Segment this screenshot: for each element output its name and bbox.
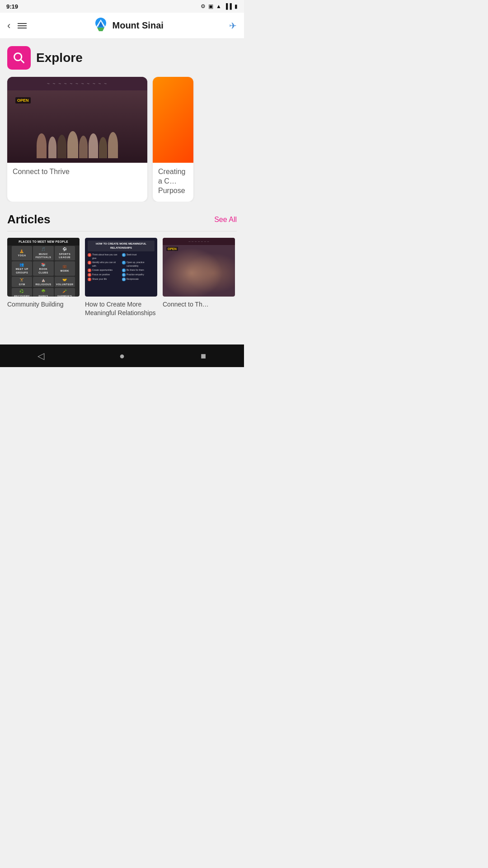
featured-card-purpose[interactable]: Creating a C… Purpose — [153, 77, 193, 202]
app-logo: Mount Sinai — [93, 18, 164, 34]
places-cell-music: 🎵MUSIC FESTIVALS — [33, 246, 53, 260]
how-to-item-9: 9 Practice empathy — [122, 273, 155, 277]
featured-cards-row: ~ ~ ~ ~ ~ ~ ~ ~ ~ ~ ~ OPEN Connect to Th… — [0, 77, 244, 202]
how-to-row-5: 5 Share your life 10 Reciprocate — [88, 278, 155, 281]
system-back-button[interactable]: ◁ — [29, 344, 52, 367]
bottom-nav-bar: ◁ ● ■ — [0, 344, 244, 367]
how-to-item-8: 8 Be there for them — [122, 269, 155, 272]
places-cell-religious: ⛪RELIGIOUS — [33, 277, 53, 288]
places-grid: 🧘YOGA 🎵MUSIC FESTIVALS ⚽SPORTS LEAGUE 👥M… — [10, 244, 77, 297]
how-to-relationships-graphic: HOW TO CREATE MORE MEANINGFUL RELATIONSH… — [85, 238, 157, 297]
status-time: 9:19 — [6, 3, 18, 10]
open-sign: OPEN — [15, 97, 31, 104]
places-cell-books: 📚BOOK CLUBS — [33, 261, 53, 276]
connect-photo: ~ ~ ~ ~ ~ ~ ~ OPEN — [163, 238, 235, 297]
community-building-image: PLACES TO MEET NEW PEOPLE 🧘YOGA 🎵MUSIC F… — [7, 238, 80, 297]
how-to-label: How to Create More Meaningful Relationsh… — [85, 297, 157, 317]
swirl-decoration: ~ ~ ~ ~ ~ ~ ~ ~ ~ ~ ~ — [7, 77, 147, 90]
places-cell-gym: 🏋️GYM — [12, 277, 32, 288]
articles-row: PLACES TO MEET NEW PEOPLE 🧘YOGA 🎵MUSIC F… — [7, 238, 237, 317]
connect-label: Connect to Th… — [163, 297, 235, 309]
sim-icon: ▣ — [208, 3, 213, 9]
how-to-item-7: 7 Open up, practice vulnerability — [122, 261, 155, 268]
how-to-item-10: 10 Reciprocate — [122, 278, 155, 281]
explore-icon-box — [7, 46, 31, 70]
crowd-silhouette — [7, 113, 147, 158]
places-cell-recovery: ♻️RECOVERY — [12, 288, 32, 297]
svg-line-5 — [21, 60, 23, 62]
see-all-button[interactable]: See All — [214, 216, 237, 224]
places-to-meet-graphic: PLACES TO MEET NEW PEOPLE 🧘YOGA 🎵MUSIC F… — [7, 238, 80, 297]
orange-gradient-image — [153, 77, 193, 163]
article-card-how-to[interactable]: HOW TO CREATE MORE MEANINGFUL RELATIONSH… — [85, 238, 157, 317]
search-icon — [13, 52, 25, 64]
nav-bar: ‹ Mount Sinai ✈ — [0, 13, 244, 39]
gear-icon: ⚙ — [201, 3, 206, 9]
featured-card-connect-label: Connect to Thrive — [7, 163, 147, 183]
how-to-item-6: 6 Seek trust — [122, 253, 155, 260]
places-cell-farmers: 🥕FARMER'S — [55, 288, 75, 297]
page-content: Explore ~ ~ ~ ~ ~ ~ ~ ~ ~ ~ ~ OPEN — [0, 39, 244, 326]
system-recents-button[interactable]: ■ — [192, 344, 215, 367]
how-to-row-3: 3 Create opportunities 8 Be there for th… — [88, 269, 155, 272]
explore-header: Explore — [0, 46, 244, 77]
connect-image: ~ ~ ~ ~ ~ ~ ~ OPEN — [163, 238, 235, 297]
featured-card-purpose-label: Creating a C… Purpose — [153, 163, 193, 202]
how-to-item-3: 3 Create opportunities — [88, 269, 120, 272]
articles-section: Articles See All PLACES TO MEET NEW PEOP… — [0, 212, 244, 317]
featured-card-connect[interactable]: ~ ~ ~ ~ ~ ~ ~ ~ ~ ~ ~ OPEN Connect to Th… — [7, 77, 147, 202]
status-bar: 9:19 ⚙ ▣ ▲ ▐▐ ▮ — [0, 0, 244, 13]
menu-button[interactable] — [18, 23, 27, 28]
places-cell-parks: 🌳PARKS — [33, 288, 53, 297]
explore-title: Explore — [36, 51, 83, 65]
back-button[interactable]: ‹ — [7, 20, 10, 32]
how-to-image: HOW TO CREATE MORE MEANINGFUL RELATIONSH… — [85, 238, 157, 297]
connect-open-sign: OPEN — [166, 247, 178, 251]
places-cell-work: 💼WORK — [55, 261, 75, 276]
how-to-item-1: 1 Think about how you can give — [88, 253, 120, 260]
articles-divider — [7, 231, 237, 231]
wifi-icon: ▲ — [216, 3, 221, 9]
status-icons: ⚙ ▣ ▲ ▐▐ ▮ — [201, 3, 238, 9]
places-cell-sports: ⚽SPORTS LEAGUE — [55, 246, 75, 260]
battery-icon: ▮ — [235, 3, 238, 9]
how-to-item-4: 4 Focus on positive — [88, 273, 120, 277]
how-to-item-2: 2 Identify who you can sit with — [88, 261, 120, 268]
app-title: Mount Sinai — [113, 20, 164, 31]
signal-icon: ▐▐ — [224, 3, 232, 9]
articles-title: Articles — [7, 212, 50, 226]
svg-marker-3 — [97, 28, 104, 31]
system-home-button[interactable]: ● — [111, 344, 133, 367]
mount-sinai-logo-icon — [93, 18, 109, 34]
places-cell-yoga: 🧘YOGA — [12, 246, 32, 260]
article-card-community[interactable]: PLACES TO MEET NEW PEOPLE 🧘YOGA 🎵MUSIC F… — [7, 238, 80, 317]
how-to-row-2: 2 Identify who you can sit with 7 Open u… — [88, 261, 155, 268]
articles-header: Articles See All — [7, 212, 237, 226]
how-to-item-5: 5 Share your life — [88, 278, 120, 281]
nav-left: ‹ — [7, 20, 27, 32]
how-to-row-1: 1 Think about how you can give 6 Seek tr… — [88, 253, 155, 260]
article-card-connect[interactable]: ~ ~ ~ ~ ~ ~ ~ OPEN Connect to Th… — [163, 238, 235, 317]
places-cell-volunteer: 🤝VOLUNTEER — [55, 277, 75, 288]
community-building-label: Community Building — [7, 297, 80, 309]
how-to-row-4: 4 Focus on positive 9 Practice empathy — [88, 273, 155, 277]
places-cell-meetup: 👥MEET UP GROUPS — [12, 261, 32, 276]
send-button[interactable]: ✈ — [229, 20, 237, 31]
community-photo-image: ~ ~ ~ ~ ~ ~ ~ ~ ~ ~ ~ OPEN — [7, 77, 147, 163]
how-to-title: HOW TO CREATE MORE MEANINGFUL RELATIONSH… — [88, 241, 155, 251]
